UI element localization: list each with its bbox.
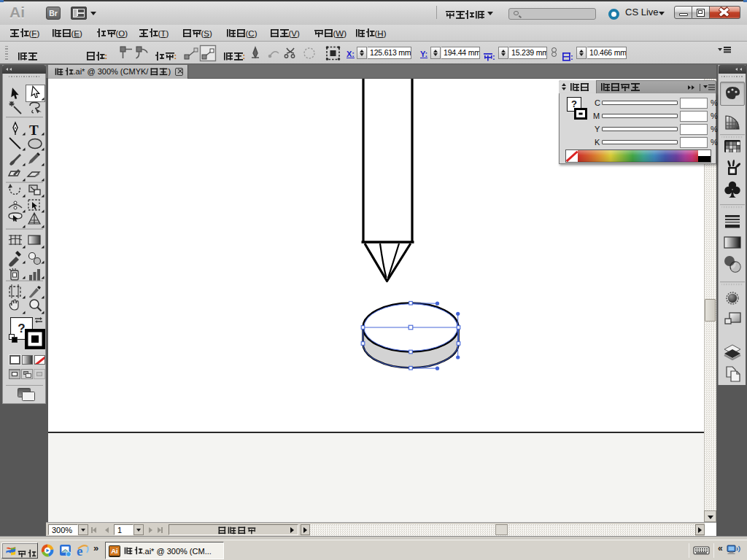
svg-text:T: T: [29, 122, 39, 138]
svg-text:e: e: [77, 543, 82, 559]
